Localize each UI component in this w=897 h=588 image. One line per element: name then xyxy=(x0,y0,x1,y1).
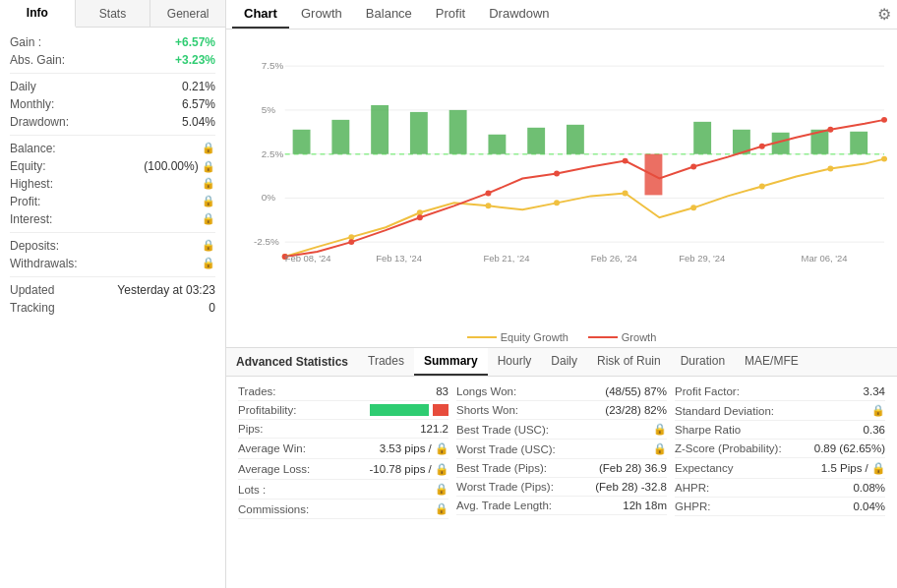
svg-point-32 xyxy=(759,183,765,189)
profit-label: Profit: xyxy=(10,195,40,208)
chart-tabs: Chart Growth Balance Profit Drawdown ⚙ xyxy=(226,0,897,29)
adv-tab-duration[interactable]: Duration xyxy=(671,348,735,376)
tab-info[interactable]: Info xyxy=(0,0,76,28)
monthly-label[interactable]: Monthly: xyxy=(10,97,54,111)
adv-tab-trades[interactable]: Trades xyxy=(358,348,414,376)
stat-row-avg-loss: Average Loss: -10.78 pips / 🔒 xyxy=(238,459,448,480)
updated-label: Updated xyxy=(10,283,54,297)
svg-text:Feb 26, '24: Feb 26, '24 xyxy=(591,253,637,264)
tracking-label: Tracking xyxy=(10,301,55,315)
svg-point-33 xyxy=(827,166,833,172)
stat-row-best-pips: Best Trade (Pips): (Feb 28) 36.9 xyxy=(456,459,667,478)
std-dev-label[interactable]: Standard Deviation: xyxy=(675,405,774,417)
equity-label: Equity: xyxy=(10,159,46,173)
balance-lock: 🔒 xyxy=(202,142,215,155)
ahpr-label[interactable]: AHPR: xyxy=(675,482,709,494)
best-pips-label: Best Trade (Pips): xyxy=(456,462,547,474)
info-content: Gain : +6.57% Abs. Gain: +3.23% Daily 0.… xyxy=(0,28,225,588)
withdrawals-lock: 🔒 xyxy=(202,257,215,270)
stat-row-expectancy: Expectancy 1.5 Pips / 🔒 xyxy=(675,458,885,479)
adv-tab-risk[interactable]: Risk of Ruin xyxy=(587,348,671,376)
stat-row-shorts-won: Shorts Won: (23/28) 82% xyxy=(456,401,667,420)
zscore-value: 0.89 (62.65%) xyxy=(814,442,885,454)
equity-value: (100.00%) 🔒 xyxy=(144,159,215,173)
chart-tab-growth[interactable]: Growth xyxy=(289,0,354,29)
zscore-label[interactable]: Z-Score (Probability): xyxy=(675,442,782,454)
stats-grid: Trades: 83 Profitability: Pips: 121.2 xyxy=(234,381,889,521)
svg-text:Feb 08, '24: Feb 08, '24 xyxy=(285,253,331,264)
pips-value: 121.2 xyxy=(420,423,448,435)
svg-point-34 xyxy=(881,156,887,162)
svg-text:Feb 29, '24: Feb 29, '24 xyxy=(679,253,725,264)
legend-equity: Equity Growth xyxy=(467,331,568,343)
svg-point-41 xyxy=(690,164,696,170)
chart-tab-balance[interactable]: Balance xyxy=(354,0,424,29)
monthly-value: 6.57% xyxy=(182,97,215,111)
chart-tab-drawdown[interactable]: Drawdown xyxy=(477,0,561,29)
left-panel: Info Stats General Gain : +6.57% Abs. Ga… xyxy=(0,0,226,588)
svg-text:2.5%: 2.5% xyxy=(262,148,284,159)
highest-label: Highest: xyxy=(10,177,53,191)
svg-rect-13 xyxy=(371,105,389,154)
worst-usc-label: Worst Trade (USC): xyxy=(456,443,556,455)
stat-row-worst-pips: Worst Trade (Pips): (Feb 28) -32.8 xyxy=(456,478,667,497)
stats-table: Trades: 83 Profitability: Pips: 121.2 xyxy=(226,377,897,588)
profit-factor-value: 3.34 xyxy=(864,385,885,397)
stat-col-3: Profit Factor: 3.34 Standard Deviation: … xyxy=(671,381,889,521)
lots-label: Lots : xyxy=(238,484,266,496)
shorts-won-value: (23/28) 82% xyxy=(605,404,667,416)
bottom-section: Advanced Statistics Trades Summary Hourl… xyxy=(226,347,897,588)
withdrawals-label: Withdrawals: xyxy=(10,257,78,270)
svg-rect-24 xyxy=(850,132,867,154)
svg-text:Mar 06, '24: Mar 06, '24 xyxy=(802,253,848,264)
tab-stats[interactable]: Stats xyxy=(76,0,151,27)
svg-point-44 xyxy=(881,117,887,123)
stat-row-pips: Pips: 121.2 xyxy=(238,420,448,439)
adv-tabs: Advanced Statistics Trades Summary Hourl… xyxy=(226,348,897,377)
svg-text:Feb 21, '24: Feb 21, '24 xyxy=(483,253,529,264)
drawdown-label[interactable]: Drawdown: xyxy=(10,115,69,129)
adv-tab-daily[interactable]: Daily xyxy=(541,348,587,376)
ghpr-label[interactable]: GHPR: xyxy=(675,500,710,512)
tracking-value: 0 xyxy=(209,301,215,315)
chart-settings-icon[interactable]: ⚙ xyxy=(877,5,891,24)
sharpe-label[interactable]: Sharpe Ratio xyxy=(675,424,741,436)
svg-rect-16 xyxy=(488,135,506,154)
ahpr-value: 0.08% xyxy=(853,482,885,494)
svg-rect-20 xyxy=(693,122,711,154)
stat-row-ahpr: AHPR: 0.08% xyxy=(675,479,885,498)
stat-row-sharpe: Sharpe Ratio 0.36 xyxy=(675,421,885,440)
worst-usc-value: 🔒 xyxy=(653,442,667,455)
drawdown-value: 5.04% xyxy=(182,115,215,129)
adv-tab-summary[interactable]: Summary xyxy=(414,348,488,376)
daily-label[interactable]: Daily xyxy=(10,80,36,93)
abs-gain-value: +3.23% xyxy=(175,53,215,67)
abs-gain-label: Abs. Gain: xyxy=(10,53,65,67)
growth-line-icon xyxy=(588,336,618,338)
chart-tab-profit[interactable]: Profit xyxy=(424,0,477,29)
interest-label: Interest: xyxy=(10,212,52,226)
stat-row-ghpr: GHPR: 0.04% xyxy=(675,498,885,516)
svg-rect-15 xyxy=(449,110,467,154)
expectancy-label[interactable]: Expectancy xyxy=(675,462,733,474)
svg-point-40 xyxy=(623,158,628,164)
svg-point-30 xyxy=(623,190,628,196)
daily-value: 0.21% xyxy=(182,80,215,93)
adv-tab-hourly[interactable]: Hourly xyxy=(488,348,542,376)
svg-text:Feb 13, '24: Feb 13, '24 xyxy=(376,253,422,264)
stat-row-commissions: Commissions: 🔒 xyxy=(238,500,448,519)
stat-row-avg-win: Average Win: 3.53 pips / 🔒 xyxy=(238,439,448,459)
profit-factor-label[interactable]: Profit Factor: xyxy=(675,385,740,397)
tab-general[interactable]: General xyxy=(150,0,225,27)
stat-row-trades: Trades: 83 xyxy=(238,382,448,401)
deposits-label: Deposits: xyxy=(10,239,59,253)
pips-label: Pips: xyxy=(238,423,264,435)
adv-tab-maemfe[interactable]: MAE/MFE xyxy=(735,348,808,376)
stat-col-2: Longs Won: (48/55) 87% Shorts Won: (23/2… xyxy=(452,381,671,521)
best-usc-label: Best Trade (USC): xyxy=(456,424,549,436)
svg-point-38 xyxy=(485,190,491,196)
chart-tab-chart[interactable]: Chart xyxy=(232,0,289,29)
best-pips-value: (Feb 28) 36.9 xyxy=(599,462,667,474)
avg-length-label: Avg. Trade Length: xyxy=(456,500,552,511)
stat-col-1: Trades: 83 Profitability: Pips: 121.2 xyxy=(234,381,452,521)
